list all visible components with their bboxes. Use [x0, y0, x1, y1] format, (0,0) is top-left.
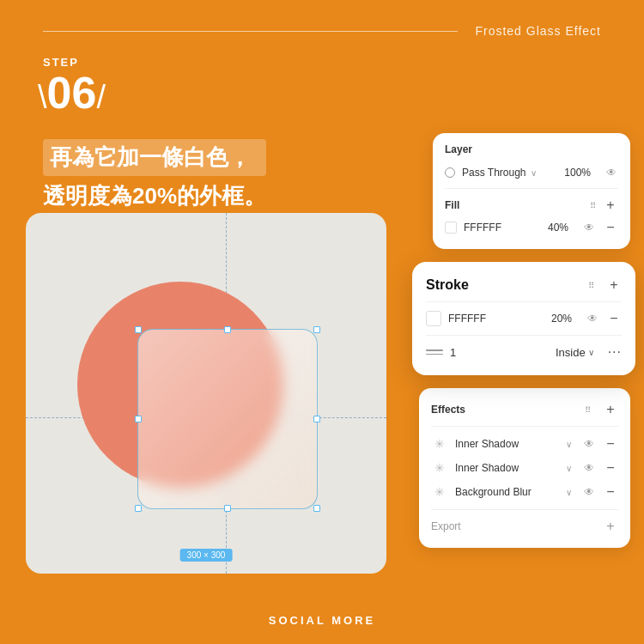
fill-color-label: FFFFFF	[464, 222, 541, 234]
effect-chevron-2: ∨	[566, 464, 572, 473]
stroke-more-button[interactable]: ···	[608, 344, 622, 360]
stroke-eye-icon[interactable]: 👁	[586, 312, 599, 325]
stroke-color-swatch[interactable]	[426, 311, 441, 326]
effect-remove-1[interactable]: −	[603, 436, 618, 452]
effect-chevron-3: ∨	[566, 488, 572, 497]
handle-bl[interactable]	[135, 505, 142, 512]
stroke-header-row: Stroke ⠿ +	[426, 274, 622, 296]
pass-through-icon	[445, 167, 455, 178]
layer-row: Pass Through ∨ 100% 👁	[445, 162, 618, 183]
step-label: STEP	[43, 56, 79, 69]
step-number: \06/	[38, 70, 106, 115]
effect-chevron-1: ∨	[566, 440, 572, 449]
stroke-width: 1	[450, 346, 549, 359]
glass-rectangle[interactable]	[137, 329, 318, 509]
effect-sunburst-icon-3: ✳	[431, 483, 448, 501]
stroke-color-row[interactable]: FFFFFF 20% 👁 −	[426, 307, 622, 330]
fill-opacity: 40%	[548, 222, 568, 234]
export-add-button[interactable]: +	[603, 519, 618, 534]
handle-bm[interactable]	[224, 505, 231, 512]
stroke-remove-button[interactable]: −	[606, 311, 622, 326]
stroke-title: Stroke	[426, 277, 581, 293]
main-text-block: 再為它加一條白色， 透明度為20%的外框。	[43, 139, 266, 213]
stroke-position-dropdown[interactable]: Inside ∨	[556, 346, 594, 359]
effects-divider	[431, 426, 618, 427]
layer-section-title: Layer	[445, 143, 618, 155]
export-divider	[431, 509, 618, 510]
fill-remove-button[interactable]: −	[603, 220, 618, 235]
fill-eye-icon[interactable]: 👁	[582, 221, 596, 234]
effect-eye-2[interactable]: 👁	[582, 461, 596, 475]
page-title: Frosted Glass Effect	[475, 24, 601, 38]
panel-stroke: Stroke ⠿ + FFFFFF 20% 👁 − 1 Inside ∨ ···	[412, 262, 635, 375]
panel-layer: Layer Pass Through ∨ 100% 👁 Fill ⠿ + FFF…	[433, 133, 630, 249]
effect-item-3: ✳ Background Blur ∨ 👁 −	[431, 480, 618, 504]
stroke-opacity: 20%	[551, 313, 572, 325]
effect-remove-2[interactable]: −	[603, 460, 618, 476]
step-slash-right: /	[96, 79, 106, 115]
effects-add-button[interactable]: +	[603, 402, 618, 417]
effect-label-2[interactable]: Inner Shadow	[455, 462, 559, 474]
opacity-value: 100%	[564, 167, 591, 179]
handle-mr[interactable]	[313, 416, 320, 422]
stroke-divider2	[426, 335, 622, 336]
effect-item-2: ✳ Inner Shadow ∨ 👁 −	[431, 456, 618, 480]
export-row: Export +	[431, 515, 618, 538]
effect-eye-3[interactable]: 👁	[582, 485, 596, 499]
grid-icon: ⠿	[590, 201, 596, 210]
effect-sunburst-icon-1: ✳	[431, 435, 448, 453]
fill-header: Fill ⠿ +	[445, 194, 618, 216]
stroke-grid-icon: ⠿	[588, 281, 594, 290]
stroke-color-label: FFFFFF	[448, 313, 544, 325]
canvas-area: 300 × 300	[26, 213, 386, 574]
effect-sunburst-icon-2: ✳	[431, 459, 448, 477]
top-decorative-line: Frosted Glass Effect	[43, 24, 601, 38]
effect-item-1: ✳ Inner Shadow ∨ 👁 −	[431, 432, 618, 456]
effect-eye-1[interactable]: 👁	[582, 437, 596, 451]
fill-row: FFFFFF 40% 👁 −	[445, 216, 618, 239]
blend-chevron: ∨	[531, 168, 537, 178]
stroke-style-icon	[426, 345, 443, 359]
footer-text: SOCIAL MORE	[269, 614, 376, 627]
effect-label-3[interactable]: Background Blur	[455, 486, 559, 498]
step-slash-left: \	[38, 79, 47, 115]
panel-effects: Effects ⠿ + ✳ Inner Shadow ∨ 👁 − ✳ Inner…	[419, 388, 630, 548]
canvas-size-label: 300 × 300	[180, 549, 233, 562]
effect-label-1[interactable]: Inner Shadow	[455, 438, 559, 450]
position-chevron-icon: ∨	[588, 348, 594, 357]
headline-line2: 透明度為20%的外框。	[43, 179, 266, 213]
fill-color-swatch[interactable]	[445, 222, 457, 234]
stroke-add-button[interactable]: +	[606, 277, 622, 293]
stroke-divider1	[426, 301, 622, 302]
blend-mode-label[interactable]: Pass Through ∨	[462, 167, 557, 179]
effects-grid-icon: ⠿	[585, 405, 591, 415]
eye-icon[interactable]: 👁	[605, 166, 618, 179]
divider	[445, 188, 618, 189]
effects-header: Effects ⠿ +	[431, 398, 618, 421]
fill-add-button[interactable]: +	[603, 197, 618, 213]
handle-tl[interactable]	[135, 326, 142, 333]
handle-tr[interactable]	[313, 326, 320, 333]
handle-ml[interactable]	[135, 416, 142, 422]
export-label: Export	[431, 520, 596, 532]
handle-br[interactable]	[313, 505, 320, 512]
stroke-settings-row: 1 Inside ∨ ···	[426, 341, 622, 363]
effect-remove-3[interactable]: −	[603, 484, 618, 500]
handle-tm[interactable]	[224, 326, 231, 333]
headline-line1: 再為它加一條白色，	[43, 139, 266, 176]
